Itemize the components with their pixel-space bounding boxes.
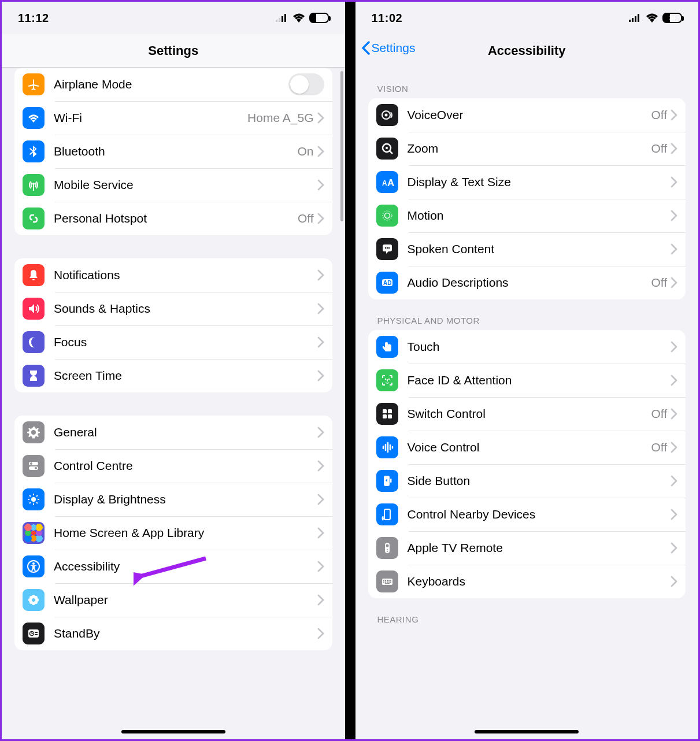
row-display-textsize[interactable]: AA Display & Text Size [368,165,686,199]
svg-point-28 [32,599,35,602]
row-airplane[interactable]: Airplane Mode [14,68,332,101]
row-focus[interactable]: Focus [14,325,332,359]
accessibility-content[interactable]: Vision VoiceOver Off Zoom Off AA Display… [355,68,699,739]
row-value: Off [651,276,667,290]
toggle[interactable] [288,73,324,95]
row-voice-control[interactable]: Voice Control Off [368,431,686,464]
row-accessibility[interactable]: Accessibility [14,550,332,583]
svg-text:A: A [387,177,394,188]
chevron-right-icon [671,243,677,255]
scrollbar[interactable] [340,71,343,221]
row-audio-descriptions[interactable]: AD Audio Descriptions Off [368,266,686,299]
chevron-right-icon [671,375,677,386]
svg-rect-55 [388,409,392,413]
row-label: Accessibility [54,560,317,573]
row-touch[interactable]: Touch [368,330,686,364]
home-indicator[interactable] [121,730,225,733]
svg-point-38 [384,114,387,117]
svg-rect-76 [383,581,384,583]
row-label: Control Centre [54,459,317,473]
chevron-right-icon [671,509,677,520]
row-control-centre[interactable]: Control Centre [14,449,332,483]
row-keyboards[interactable]: Keyboards [368,565,686,598]
hourglass-icon [23,365,45,387]
settings-group: General Control Centre Display & Brightn… [14,416,332,650]
chevron-right-icon [671,341,677,353]
accessibility-icon [23,555,45,577]
row-label: Sounds & Haptics [54,302,317,316]
status-time: 11:12 [18,12,49,25]
svg-rect-80 [390,581,391,583]
row-label: Face ID & Attention [408,373,671,387]
row-wallpaper[interactable]: Wallpaper [14,583,332,617]
back-label: Settings [372,41,416,55]
chevron-right-icon [671,542,677,554]
svg-line-15 [36,502,38,503]
row-bluetooth[interactable]: Bluetooth On [14,135,332,168]
airplane-icon [23,73,45,95]
row-sounds[interactable]: Sounds & Haptics [14,292,332,325]
svg-rect-65 [384,509,390,520]
wifi-icon [23,107,45,129]
speaker-icon [23,298,45,320]
row-faceid[interactable]: Face ID & Attention [368,364,686,397]
voiceover-icon [376,104,398,126]
voice-control-icon [376,436,398,458]
svg-rect-72 [385,580,386,581]
status-time: 11:02 [372,12,403,25]
row-homescreen[interactable]: Home Screen & App Library [14,516,332,550]
accessibility-screen: 11:02 34 Settings Accessibility Vision V… [355,2,699,739]
svg-rect-34 [632,18,634,22]
svg-point-49 [388,247,390,249]
row-screentime[interactable]: Screen Time [14,359,332,392]
chevron-right-icon [317,561,324,572]
chevron-left-icon [361,41,371,55]
svg-rect-78 [387,581,388,583]
back-button[interactable]: Settings [361,41,416,55]
row-notifications[interactable]: Notifications [14,258,332,292]
row-zoom[interactable]: Zoom Off [368,132,686,165]
svg-point-45 [384,213,390,218]
row-label: Bluetooth [54,145,297,158]
row-value: Off [651,142,667,155]
signal-icon [629,14,642,22]
row-wifi[interactable]: Wi-Fi Home A_5G [14,101,332,135]
status-bar: 11:02 34 [355,2,699,34]
svg-point-67 [386,544,388,547]
pane-divider [345,2,355,739]
nav-bar: Settings Accessibility [355,34,699,68]
zoom-icon [376,138,398,160]
chevron-right-icon [317,427,324,438]
home-indicator[interactable] [475,730,579,733]
row-nearby-devices[interactable]: Control Nearby Devices [368,498,686,531]
svg-point-53 [388,379,389,380]
settings-group: Touch Face ID & Attention Switch Control… [368,330,686,598]
settings-content[interactable]: Airplane Mode Wi-Fi Home A_5G Bluetooth … [2,68,345,739]
svg-rect-32 [35,634,38,635]
row-motion[interactable]: Motion [368,199,686,232]
row-display[interactable]: Display & Brightness [14,483,332,516]
svg-point-24 [29,596,33,599]
wifi-status-icon [646,13,658,23]
row-standby[interactable]: StandBy [14,617,332,650]
motion-icon [376,205,398,227]
row-voiceover[interactable]: VoiceOver Off [368,98,686,132]
antenna-icon [23,174,45,196]
chevron-right-icon [317,269,324,281]
row-spoken-content[interactable]: Spoken Content [368,232,686,266]
settings-group: Airplane Mode Wi-Fi Home A_5G Bluetooth … [14,68,332,235]
row-general[interactable]: General [14,416,332,449]
section-header: Hearing [368,614,686,629]
row-switch-control[interactable]: Switch Control Off [368,397,686,431]
svg-rect-36 [638,14,639,22]
row-personal-hotspot[interactable]: Personal Hotspot Off [14,202,332,235]
row-label: Zoom [408,142,651,155]
svg-point-47 [384,247,386,249]
settings-group: Notifications Sounds & Haptics Focus Scr… [14,258,332,392]
row-mobile-service[interactable]: Mobile Service [14,168,332,202]
svg-text:A: A [382,179,387,187]
svg-line-17 [36,495,38,497]
row-appletv-remote[interactable]: Apple TV Remote [368,531,686,565]
svg-rect-0 [276,20,277,22]
row-side-button[interactable]: Side Button [368,464,686,498]
